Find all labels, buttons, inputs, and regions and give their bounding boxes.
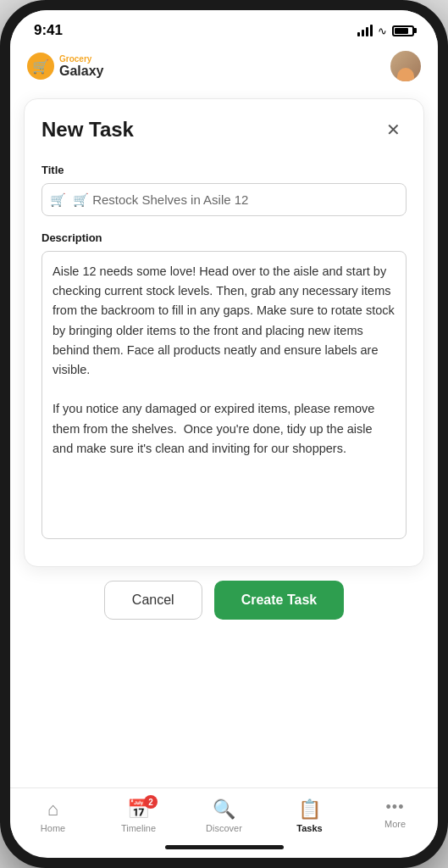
modal-title: New Task [41, 118, 134, 142]
tasks-icon: 📋 [298, 798, 321, 821]
battery-icon [392, 25, 414, 36]
more-icon: ••• [386, 798, 405, 816]
nav-item-tasks[interactable]: 📋 Tasks [267, 795, 352, 837]
nav-label-home: Home [41, 823, 65, 833]
nav-item-discover[interactable]: 🔍 Discover [181, 795, 267, 837]
phone-screen: 9:41 ∿ 🛒 Grocery Galaxy [10, 10, 438, 858]
nav-label-timeline: Timeline [121, 823, 156, 833]
logo-text: Grocery Galaxy [59, 54, 103, 79]
nav-item-home[interactable]: ⌂ Home [10, 795, 96, 837]
signal-icon [357, 25, 373, 36]
modal-dialog: New Task ✕ Title 🛒 Description Aisle 12 … [24, 98, 424, 567]
title-input[interactable] [41, 183, 407, 216]
logo-area: 🛒 Grocery Galaxy [27, 53, 103, 80]
create-task-button[interactable]: Create Task [214, 581, 345, 620]
logo-grocery-label: Grocery [59, 54, 103, 64]
cart-icon: 🛒 [50, 192, 66, 208]
title-field-label: Title [41, 164, 407, 176]
description-field-label: Description [41, 231, 407, 244]
wifi-icon: ∿ [378, 25, 387, 37]
status-bar: 9:41 ∿ [10, 10, 438, 46]
nav-item-more[interactable]: ••• More [352, 795, 438, 837]
title-input-wrapper: 🛒 [41, 183, 407, 216]
close-button[interactable]: ✕ [379, 116, 407, 143]
home-icon: ⌂ [47, 798, 58, 821]
modal-area: New Task ✕ Title 🛒 Description Aisle 12 … [10, 90, 438, 787]
status-time: 9:41 [34, 22, 63, 39]
home-indicator [165, 845, 284, 849]
nav-item-timeline[interactable]: 2 📅 Timeline [96, 795, 181, 837]
bottom-nav: ⌂ Home 2 📅 Timeline 🔍 Discover 📋 Tasks •… [10, 787, 438, 840]
nav-label-more: More [384, 819, 406, 829]
status-icons: ∿ [357, 25, 414, 37]
nav-label-discover: Discover [206, 823, 242, 833]
modal-header: New Task ✕ [41, 116, 407, 143]
discover-icon: 🔍 [213, 798, 235, 821]
timeline-badge: 2 [144, 795, 158, 809]
logo-galaxy-label: Galaxy [59, 64, 103, 79]
description-textarea[interactable]: Aisle 12 needs some love! Head over to t… [41, 251, 407, 539]
nav-label-tasks: Tasks [296, 823, 322, 833]
action-buttons: Cancel Create Task [10, 567, 438, 630]
phone-shell: 9:41 ∿ 🛒 Grocery Galaxy [0, 0, 448, 868]
logo-icon: 🛒 [27, 53, 54, 80]
app-header: 🛒 Grocery Galaxy [10, 46, 438, 90]
avatar[interactable] [390, 51, 421, 81]
cancel-button[interactable]: Cancel [104, 581, 202, 620]
